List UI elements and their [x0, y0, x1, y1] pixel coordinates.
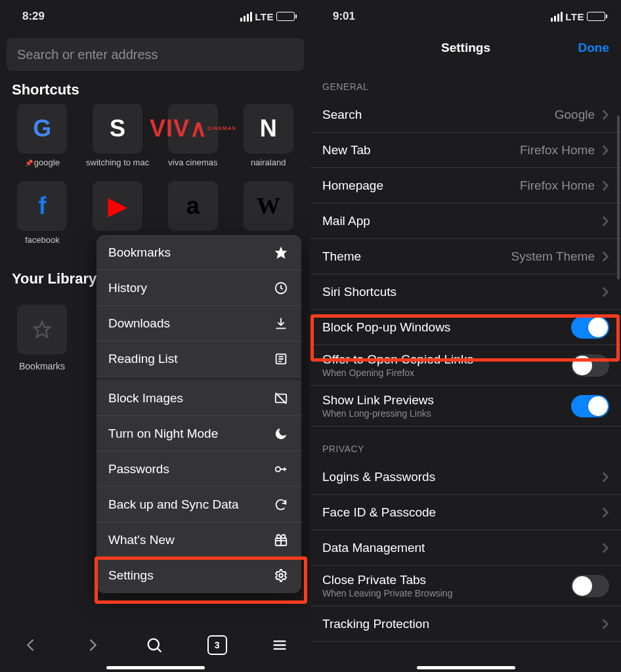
menu-sync[interactable]: Back up and Sync Data	[96, 487, 301, 522]
star-icon	[33, 320, 51, 339]
shortcut-facebook[interactable]: f facebook	[7, 181, 78, 255]
scroll-indicator	[617, 116, 620, 280]
address-bar[interactable]: Search or enter address	[7, 38, 304, 71]
chevron-right-icon	[601, 286, 609, 298]
phone-home-screen: 8:29 LTE Search or enter address Shortcu…	[0, 0, 310, 672]
svg-marker-1	[275, 246, 287, 258]
back-button[interactable]	[22, 636, 40, 654]
key-icon	[272, 462, 289, 476]
menu-downloads[interactable]: Downloads	[96, 306, 301, 341]
library-bookmarks[interactable]: Bookmarks	[7, 304, 77, 371]
battery-icon	[276, 12, 295, 21]
menu-reading-list[interactable]: Reading List	[96, 341, 301, 377]
reading-list-icon	[272, 352, 289, 366]
cell-faceid-passcode[interactable]: Face ID & Passcode	[310, 495, 621, 530]
menu-night-mode[interactable]: Turn on Night Mode	[96, 416, 301, 452]
chevron-right-icon	[601, 542, 609, 554]
cell-tracking-protection[interactable]: Tracking Protection	[310, 606, 621, 642]
chevron-right-icon	[601, 251, 609, 262]
amazon-icon: a	[175, 188, 211, 224]
facebook-icon: f	[24, 188, 60, 224]
signal-icon	[551, 12, 563, 22]
sync-icon	[272, 497, 289, 512]
home-indicator	[417, 666, 515, 669]
cell-close-private-tabs: Close Private Tabs When Leaving Private …	[310, 566, 621, 606]
chevron-right-icon	[601, 144, 609, 156]
toggle-close-private-tabs[interactable]	[571, 575, 609, 597]
network-label: LTE	[565, 11, 584, 22]
network-label: LTE	[255, 11, 274, 22]
done-button[interactable]: Done	[578, 41, 610, 55]
cell-logins-passwords[interactable]: Logins & Passwords	[310, 459, 621, 495]
shortcut-viva-cinemas[interactable]: VIV∧CINEMAS viva cinemas	[158, 104, 229, 177]
chevron-right-icon	[601, 215, 609, 227]
shortcut-nairaland[interactable]: N nairaland	[232, 104, 304, 177]
shortcut-google[interactable]: G 📌google	[7, 104, 78, 177]
toggle-link-previews[interactable]	[571, 395, 609, 417]
chevron-right-icon	[601, 180, 609, 192]
svg-point-7	[279, 574, 283, 578]
cell-mail-app[interactable]: Mail App	[310, 203, 621, 239]
status-bar: 9:01 LTE	[310, 0, 621, 29]
chevron-right-icon	[601, 109, 609, 121]
menu-history[interactable]: History	[96, 270, 301, 306]
wikipedia-icon: W	[250, 188, 287, 224]
menu-button[interactable]	[270, 636, 289, 654]
toggle-block-popups[interactable]	[571, 316, 609, 339]
google-icon: G	[24, 110, 60, 147]
search-button[interactable]	[145, 636, 163, 654]
nav-header: Settings Done	[310, 32, 621, 64]
cell-search[interactable]: Search Google	[310, 97, 621, 133]
shortcuts-grid: G 📌google S switching to mac VIV∧CINEMAS…	[0, 104, 310, 255]
battery-icon	[587, 12, 605, 21]
site-icon: VIV∧CINEMAS	[175, 110, 211, 147]
main-menu: Bookmarks History Downloads Reading List	[96, 235, 301, 593]
star-icon	[272, 245, 289, 260]
section-privacy: PRIVACY	[310, 427, 621, 459]
status-time: 8:29	[22, 10, 45, 23]
svg-point-8	[148, 639, 159, 650]
gift-icon	[272, 533, 289, 547]
signal-icon	[240, 12, 252, 22]
menu-settings[interactable]: Settings	[96, 558, 301, 593]
menu-passwords[interactable]: Passwords	[96, 452, 301, 487]
cell-copied-links: Offer to Open Copied Links When Opening …	[310, 345, 621, 386]
tabs-button[interactable]: 3	[207, 635, 227, 655]
svg-point-5	[276, 467, 280, 471]
pin-icon: 📌	[25, 159, 33, 167]
site-icon: S	[99, 110, 136, 147]
gear-icon	[272, 568, 289, 583]
clock-icon	[272, 281, 289, 295]
cell-theme[interactable]: Theme System Theme	[310, 239, 621, 274]
svg-marker-0	[34, 322, 49, 337]
menu-bookmarks[interactable]: Bookmarks	[96, 235, 301, 270]
youtube-icon: ▶	[99, 188, 136, 224]
chevron-right-icon	[601, 507, 609, 518]
section-general: GENERAL	[310, 64, 621, 97]
toggle-copied-links[interactable]	[571, 354, 609, 377]
cell-data-management[interactable]: Data Management	[310, 530, 621, 566]
cell-link-previews: Show Link Previews When Long-pressing Li…	[310, 386, 621, 427]
home-indicator	[106, 666, 205, 669]
shortcuts-heading: Shortcuts	[0, 81, 310, 104]
menu-whats-new[interactable]: What's New	[96, 522, 301, 558]
phone-settings-screen: 9:01 LTE Settings Done GENERAL Search Go…	[310, 0, 621, 672]
download-icon	[272, 316, 289, 331]
chevron-right-icon	[601, 618, 609, 630]
page-title: Settings	[441, 41, 490, 55]
cell-block-popups: Block Pop-up Windows	[310, 310, 621, 345]
cell-new-tab[interactable]: New Tab Firefox Home	[310, 133, 621, 168]
search-placeholder: Search or enter address	[17, 47, 158, 62]
menu-block-images[interactable]: Block Images	[96, 381, 301, 416]
status-time: 9:01	[333, 10, 355, 23]
moon-icon	[272, 427, 289, 441]
shortcut-switching-to-mac[interactable]: S switching to mac	[82, 104, 154, 177]
forward-button[interactable]	[83, 636, 102, 654]
cell-siri-shortcuts[interactable]: Siri Shortcuts	[310, 274, 621, 310]
status-bar: 8:29 LTE	[0, 0, 310, 29]
block-images-icon	[272, 391, 289, 406]
cell-homepage[interactable]: Homepage Firefox Home	[310, 168, 621, 203]
bottom-toolbar: 3	[0, 626, 310, 664]
site-icon: N	[250, 110, 287, 147]
chevron-right-icon	[601, 471, 609, 483]
